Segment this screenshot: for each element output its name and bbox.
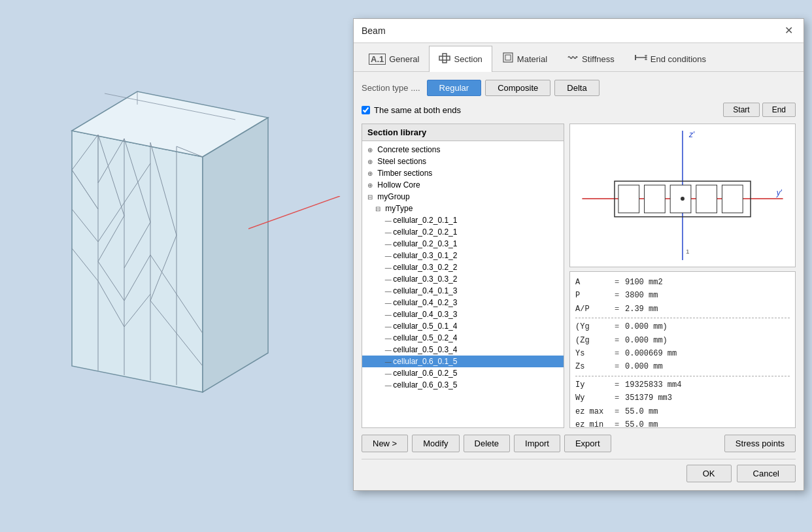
tree-c0514[interactable]: — cellular_0.5_0.1_4 [362, 320, 564, 332]
expand-mygroup: ⊟ [367, 193, 375, 201]
tab-endconditions-label: End conditions [651, 54, 706, 64]
c0231-label: cellular_0.2_0.3_1 [393, 239, 457, 248]
type-delta-button[interactable]: Delta [554, 80, 599, 96]
c0211-label: cellular_0.2_0.1_1 [393, 216, 457, 225]
c0312-label: cellular_0.3_0.1_2 [393, 251, 457, 260]
tree-c0625[interactable]: — cellular_0.6_0.2_5 [362, 367, 564, 379]
same-both-ends-checkbox[interactable]: The same at both ends [362, 105, 461, 115]
svg-text:z': z' [688, 130, 695, 139]
svg-rect-36 [503, 53, 513, 62]
svg-rect-51 [645, 185, 666, 213]
svg-text:y': y' [776, 188, 783, 197]
section-type-row: Section type .... Regular Composite Delt… [362, 80, 796, 96]
type-regular-button[interactable]: Regular [427, 80, 482, 96]
tree-c0332[interactable]: — cellular_0.3_0.3_2 [362, 273, 564, 285]
background-area [0, 0, 347, 532]
section-main: Section library ⊕ Concrete sections ⊕ St… [362, 124, 796, 428]
expand-mytype: ⊟ [375, 205, 383, 212]
new-button[interactable]: New > [362, 435, 408, 452]
tree-c0635[interactable]: — cellular_0.6_0.3_5 [362, 379, 564, 391]
expand-hollowcore: ⊕ [367, 182, 375, 189]
import-button[interactable]: Import [514, 435, 560, 452]
prop-ys: Ys = 0.000669 mm [575, 347, 790, 360]
tree-c0231[interactable]: — cellular_0.2_0.3_1 [362, 238, 564, 250]
ok-button[interactable]: OK [686, 465, 732, 482]
expand-steel: ⊕ [367, 158, 375, 165]
tree-c0413[interactable]: — cellular_0.4_0.1_3 [362, 285, 564, 297]
stress-points-button[interactable]: Stress points [724, 435, 796, 452]
svg-text:1: 1 [686, 248, 690, 255]
prop-ezmin: ez min = 55.0 mm [575, 418, 790, 428]
endconditions-icon [634, 52, 647, 66]
tree-hollowcore[interactable]: ⊕ Hollow Core [362, 179, 564, 191]
c0413-label: cellular_0.4_0.1_3 [393, 286, 457, 295]
end-button[interactable]: End [762, 103, 796, 117]
start-end-buttons: Start End [723, 103, 796, 117]
concrete-label: Concrete sections [377, 145, 440, 154]
tree-steel[interactable]: ⊕ Steel sections [362, 156, 564, 167]
library-tree[interactable]: ⊕ Concrete sections ⊕ Steel sections ⊕ T… [362, 141, 564, 427]
mygroup-label: myGroup [377, 192, 409, 201]
tree-c0615[interactable]: — cellular_0.6_0.1_5 [362, 356, 564, 367]
c0534-label: cellular_0.5_0.3_4 [393, 345, 457, 354]
svg-marker-0 [72, 131, 203, 392]
prop-a: A = 9100 mm2 [575, 276, 790, 289]
checkbox-row: The same at both ends Start End [362, 103, 796, 117]
svg-rect-52 [670, 185, 691, 213]
tree-c0534[interactable]: — cellular_0.5_0.3_4 [362, 344, 564, 356]
preview-svg: z' y' [570, 124, 795, 267]
tab-general[interactable]: A.1 General [359, 46, 429, 71]
tab-endconditions[interactable]: End conditions [624, 46, 716, 71]
prop-zs: Zs = 0.000 mm [575, 360, 790, 373]
beam-dialog: Beam ✕ A.1 General Section [353, 18, 804, 491]
same-both-ends-input[interactable] [362, 106, 370, 114]
divider-2 [575, 376, 790, 376]
c0514-label: cellular_0.5_0.1_4 [393, 322, 457, 331]
tree-c0322[interactable]: — cellular_0.3_0.2_2 [362, 261, 564, 273]
svg-rect-34 [439, 56, 450, 60]
start-button[interactable]: Start [723, 103, 759, 117]
type-composite-button[interactable]: Composite [485, 80, 550, 96]
tab-material[interactable]: Material [492, 46, 557, 71]
tree-c0433[interactable]: — cellular_0.4_0.3_3 [362, 308, 564, 320]
tab-stiffness-label: Stiffness [582, 54, 615, 64]
mytype-label: myType [385, 204, 413, 213]
prop-wy: Wy = 351379 mm3 [575, 391, 790, 405]
timber-label: Timber sections [377, 169, 432, 178]
tree-mygroup[interactable]: ⊟ myGroup [362, 191, 564, 203]
expand-concrete: ⊕ [367, 146, 375, 154]
c0625-label: cellular_0.6_0.2_5 [393, 369, 457, 378]
tree-mytype[interactable]: ⊟ myType [362, 203, 564, 214]
c0332-label: cellular_0.3_0.3_2 [393, 274, 457, 284]
tree-c0423[interactable]: — cellular_0.4_0.2_3 [362, 297, 564, 308]
c0221-label: cellular_0.2_0.2_1 [393, 227, 457, 237]
tree-concrete[interactable]: ⊕ Concrete sections [362, 144, 564, 156]
tree-c0211[interactable]: — cellular_0.2_0.1_1 [362, 214, 564, 226]
close-button[interactable]: ✕ [782, 24, 796, 37]
ok-cancel-row: OK Cancel [362, 459, 796, 482]
bottom-row: New > Modify Delete Import Export Stress… [362, 435, 796, 452]
tree-c0221[interactable]: — cellular_0.2_0.2_1 [362, 226, 564, 238]
svg-line-33 [248, 196, 340, 229]
modify-button[interactable]: Modify [412, 435, 459, 452]
material-icon [502, 52, 514, 66]
cancel-button[interactable]: Cancel [737, 465, 796, 482]
red-line [248, 196, 353, 261]
divider-1 [575, 318, 790, 318]
hollowcore-label: Hollow Core [377, 180, 420, 190]
dialog-content: Section type .... Regular Composite Delt… [354, 72, 804, 490]
dialog-title: Beam [362, 25, 386, 36]
c0433-label: cellular_0.4_0.3_3 [393, 310, 457, 319]
tree-c0524[interactable]: — cellular_0.5_0.2_4 [362, 332, 564, 344]
prop-yg: (Yg = 0.000 mm) [575, 320, 790, 333]
tree-timber[interactable]: ⊕ Timber sections [362, 167, 564, 179]
c0322-label: cellular_0.3_0.2_2 [393, 263, 457, 272]
tab-stiffness[interactable]: Stiffness [557, 46, 624, 71]
library-panel: Section library ⊕ Concrete sections ⊕ St… [362, 124, 564, 428]
section-preview: z' y' [569, 124, 796, 267]
tab-section[interactable]: Section [429, 46, 492, 72]
export-button[interactable]: Export [564, 435, 611, 452]
delete-button[interactable]: Delete [464, 435, 511, 452]
tree-c0312[interactable]: — cellular_0.3_0.1_2 [362, 250, 564, 261]
prop-ap: A/P = 2.39 mm [575, 303, 790, 316]
